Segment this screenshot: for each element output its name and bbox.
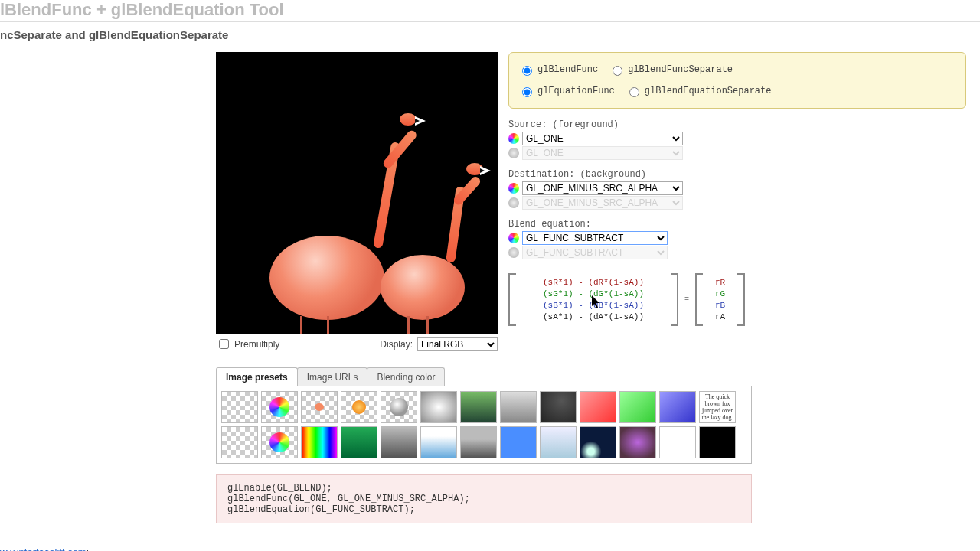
color-wheel-icon (508, 183, 519, 194)
credit-link-colon: : (87, 547, 89, 551)
equation-line: (sA*1) - (dA*(1-sA)) (528, 312, 658, 321)
preset-black[interactable] (699, 426, 736, 458)
blend-equation-alpha-select: GL_FUNC_SUBTRACT (522, 246, 668, 259)
preset-fruit[interactable] (341, 391, 377, 423)
radio-glblendfuncseparate[interactable] (612, 66, 622, 76)
alpha-icon (508, 148, 519, 158)
preset-rainbow[interactable] (301, 426, 338, 458)
blend-preview (216, 52, 498, 334)
preset-clouds-bw[interactable] (420, 391, 457, 423)
source-alpha-factor-select: GL_ONE (522, 146, 683, 160)
preset-skyline[interactable] (500, 391, 537, 423)
generated-code: glEnable(GL_BLEND); glBlendFunc(GL_ONE, … (216, 474, 752, 523)
radio-glblendfunc-label: glBlendFunc (537, 64, 598, 75)
alpha-icon (508, 247, 519, 258)
preset-sky[interactable] (420, 426, 457, 458)
destination-factor-select[interactable]: GL_ONE_MINUS_SRC_ALPHA (522, 181, 683, 195)
equation-display: (sR*1) - (dR*(1-sA))(sG*1) - (dG*(1-sA))… (508, 273, 966, 326)
preset-orb[interactable] (381, 391, 417, 423)
tab-blending-color[interactable]: Blending color (367, 367, 445, 386)
preset-white[interactable] (659, 426, 696, 458)
display-mode-select[interactable]: Final RGB (417, 337, 498, 351)
radio-glequationfunc[interactable] (522, 87, 532, 97)
radio-glblendfuncseparate-label: glBlendFuncSeparate (628, 64, 733, 75)
premultiply-checkbox[interactable] (219, 339, 229, 349)
destination-alpha-factor-select: GL_ONE_MINUS_SRC_ALPHA (522, 196, 683, 210)
color-wheel-icon (508, 133, 519, 144)
source-factor-select[interactable]: GL_ONE (522, 132, 683, 145)
radio-glblendfunc[interactable] (522, 66, 532, 76)
preset-road[interactable] (460, 426, 497, 458)
preset-rgb-circles[interactable] (261, 391, 298, 423)
preset-blue-alpha[interactable] (659, 391, 696, 423)
equation-label: Blend equation: (508, 219, 966, 230)
preset-grass[interactable] (341, 426, 377, 458)
radio-glblendequationseparate[interactable] (629, 87, 639, 97)
credit-link[interactable]: ww.interfacelift.com (0, 546, 87, 551)
tab-image-urls[interactable]: Image URLs (297, 367, 368, 386)
preset-haze[interactable] (540, 426, 577, 458)
preset-rocks[interactable] (381, 426, 417, 458)
preset-transparent[interactable] (221, 391, 258, 423)
section-subtitle: ncSeparate and glBlendEquationSeparate (0, 28, 980, 41)
radio-glblendequationseparate-label: glBlendEquationSeparate (645, 86, 772, 96)
equation-result: rA (715, 312, 725, 321)
equation-result: rB (715, 301, 725, 310)
preset-nebula[interactable] (619, 426, 656, 458)
equation-result: rG (715, 289, 725, 298)
equation-line: (sG*1) - (dG*(1-sA)) (528, 289, 658, 298)
alpha-icon (508, 197, 519, 208)
blend-equation-select[interactable]: GL_FUNC_SUBTRACT (522, 231, 668, 245)
preset-bg-rgb-circles[interactable] (261, 426, 298, 458)
preset-flamingo[interactable] (301, 391, 338, 423)
radio-glequationfunc-label: glEquationFunc (537, 86, 615, 96)
preset-night[interactable] (580, 426, 616, 458)
display-label: Display: (380, 339, 413, 350)
equation-line: (sR*1) - (dR*(1-sA)) (528, 278, 658, 287)
color-wheel-icon (508, 233, 519, 243)
source-label: Source: (foreground) (508, 119, 966, 130)
preset-text[interactable]: The quick brown fox jumped over the lazy… (699, 391, 736, 423)
preset-bg-transparent[interactable] (221, 426, 258, 458)
tab-image-presets[interactable]: Image presets (216, 367, 298, 386)
equation-line: (sB*1) - (dB*(1-sA)) (528, 301, 658, 310)
destination-label: Destination: (background) (508, 169, 966, 180)
preset-underwater[interactable] (500, 426, 537, 458)
preset-dark-sphere[interactable] (540, 391, 577, 423)
premultiply-label: Premultiply (234, 339, 279, 350)
image-preset-panel: The quick brown fox jumped over the lazy… (216, 386, 752, 464)
preset-green-alpha[interactable] (619, 391, 656, 423)
page-title: lBlendFunc + glBlendEquation Tool (0, 0, 980, 22)
blend-mode-radio-group: glBlendFunc glBlendFuncSeparate glEquati… (508, 52, 966, 109)
preset-red-alpha[interactable] (580, 391, 616, 423)
preset-foliage[interactable] (460, 391, 497, 423)
equation-result: rR (715, 278, 725, 287)
